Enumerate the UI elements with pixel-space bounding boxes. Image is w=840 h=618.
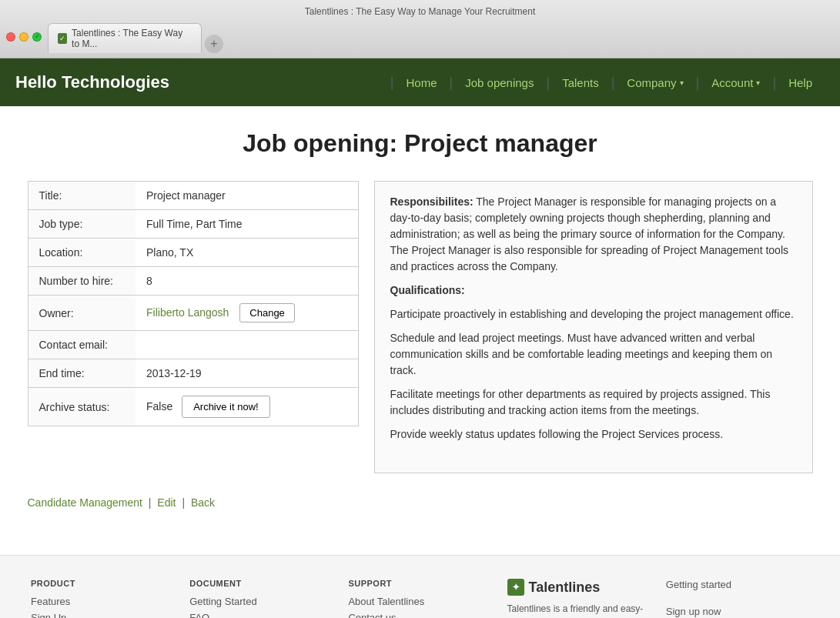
back-link[interactable]: Back: [191, 496, 215, 509]
contact-label: Contact email:: [28, 331, 136, 359]
number-label: Number to hire:: [28, 267, 136, 296]
owner-label: Owner:: [28, 296, 136, 331]
archive-now-button[interactable]: Archive it now!: [182, 396, 270, 418]
footer-brand-icon: [507, 579, 524, 596]
maximize-button[interactable]: [32, 32, 42, 42]
table-row-location: Location: Plano, TX: [28, 239, 358, 267]
active-tab[interactable]: Talentlines : The Easy Way to M...: [48, 23, 202, 53]
responsibilities-text: Responsibilites: The Project Manager is …: [390, 194, 797, 275]
footer-su-link[interactable]: Sign up now: [666, 606, 809, 617]
qualifications-label: Qualifications:: [390, 284, 465, 296]
nav-links: | Home | Job openings | Talents | Compan…: [390, 61, 825, 105]
footer-document-col: DOCUMENT Getting Started FAQ: [189, 579, 333, 618]
table-row-archive: Archive status: False Archive it now!: [28, 388, 358, 426]
qual-3: Facilitate meetings for other department…: [390, 386, 797, 419]
footer-brand: Talentlines: [507, 579, 651, 596]
nav-home[interactable]: Home: [394, 61, 450, 105]
qual-2: Schedule and lead project meetings. Must…: [390, 330, 797, 379]
qualifications-heading: Qualifications:: [390, 282, 797, 299]
nav-brand: Hello Technologies: [15, 58, 390, 106]
contact-value: [136, 331, 358, 359]
footer-brand-desc: Talentlines is a friendly and easy-to-us…: [507, 602, 651, 618]
candidate-management-link[interactable]: Candidate Management: [28, 496, 142, 509]
table-row-owner: Owner: Filiberto Langosh Change: [28, 296, 358, 331]
browser-controls: Talentlines : The Easy Way to M... +: [6, 20, 834, 53]
title-value: Project manager: [136, 182, 358, 210]
archive-label: Archive status:: [28, 388, 136, 426]
endtime-value: 2013-12-19: [136, 359, 358, 388]
endtime-label: End time:: [28, 359, 136, 388]
nav-company[interactable]: Company ▾: [614, 61, 695, 105]
footer-brand-col: Talentlines Talentlines is a friendly an…: [507, 579, 651, 618]
page-title: Job opening: Project manager: [28, 129, 813, 158]
footer-product-col: PRODUCT Features Sign Up Plans & Pricing: [31, 579, 174, 618]
nav-account[interactable]: Account ▾: [699, 61, 772, 105]
archive-status-value: False: [146, 400, 172, 413]
footer-document-title: DOCUMENT: [189, 579, 333, 588]
footer-grid: PRODUCT Features Sign Up Plans & Pricing…: [31, 579, 809, 618]
page-footer: PRODUCT Features Sign Up Plans & Pricing…: [0, 555, 840, 618]
footer-support-title: SUPPORT: [348, 579, 491, 588]
browser-chrome: Talentlines : The Easy Way to Manage You…: [0, 0, 840, 58]
table-row-endtime: End time: 2013-12-19: [28, 359, 358, 388]
divider-2: |: [182, 496, 188, 509]
main-nav: Hello Technologies | Home | Job openings…: [0, 58, 840, 106]
footer-faq-link[interactable]: FAQ: [189, 612, 333, 618]
table-row-number: Number to hire: 8: [28, 267, 358, 296]
jobtype-value: Full Time, Part Time: [136, 210, 358, 239]
number-value: 8: [136, 267, 358, 296]
footer-about-link[interactable]: About Talentlines: [348, 596, 491, 607]
nav-job-openings[interactable]: Job openings: [453, 61, 546, 105]
company-dropdown-arrow: ▾: [680, 79, 684, 87]
footer-getting-started-text: Getting started Sign up now: [666, 579, 809, 617]
job-info-table: Title: Project manager Job type: Full Ti…: [28, 181, 359, 426]
close-button[interactable]: [6, 32, 15, 42]
owner-cell: Filiberto Langosh Change: [136, 296, 358, 331]
qual-1: Participate proactively in establishing …: [390, 306, 797, 322]
new-tab-button[interactable]: +: [205, 35, 223, 53]
traffic-lights: [6, 32, 42, 42]
footer-product-title: PRODUCT: [31, 579, 174, 588]
table-row-title: Title: Project manager: [28, 182, 358, 210]
archive-cell: False Archive it now!: [136, 388, 358, 426]
action-links: Candidate Management | Edit | Back: [28, 496, 813, 516]
window-title: Talentlines : The Easy Way to Manage You…: [6, 5, 834, 20]
minimize-button[interactable]: [19, 32, 28, 42]
table-row-contact: Contact email:: [28, 331, 358, 359]
main-content: Job opening: Project manager Title: Proj…: [12, 106, 828, 539]
right-panel: Responsibilites: The Project Manager is …: [374, 181, 813, 473]
divider-1: |: [149, 496, 155, 509]
title-label: Title:: [28, 182, 136, 210]
qual-4: Provide weekly status updates following …: [390, 426, 797, 443]
jobtype-label: Job type:: [28, 210, 136, 239]
footer-contact-link[interactable]: Contact us: [348, 612, 491, 618]
footer-getting-started-link[interactable]: Getting Started: [189, 596, 333, 607]
footer-support-col: SUPPORT About Talentlines Contact us: [348, 579, 491, 618]
responsibilities-label: Responsibilites:: [390, 195, 474, 208]
table-row-jobtype: Job type: Full Time, Part Time: [28, 210, 358, 239]
footer-gs-link[interactable]: Getting started: [666, 579, 809, 590]
footer-brand-name: Talentlines: [529, 580, 601, 596]
nav-talents[interactable]: Talents: [550, 61, 611, 105]
account-dropdown-arrow: ▾: [756, 79, 760, 87]
tab-label: Talentlines : The Easy Way to M...: [72, 28, 192, 49]
content-grid: Title: Project manager Job type: Full Ti…: [28, 181, 813, 473]
footer-signup-link[interactable]: Sign Up: [31, 612, 174, 618]
left-panel: Title: Project manager Job type: Full Ti…: [28, 181, 359, 426]
edit-link[interactable]: Edit: [157, 496, 176, 509]
location-value: Plano, TX: [136, 239, 358, 267]
nav-help[interactable]: Help: [776, 61, 825, 105]
tab-bar: Talentlines : The Easy Way to M... +: [48, 23, 223, 53]
footer-cta-col: Getting started Sign up now: [666, 579, 809, 618]
location-label: Location:: [28, 239, 136, 267]
tab-favicon: [58, 33, 67, 44]
footer-features-link[interactable]: Features: [31, 596, 174, 607]
change-owner-button[interactable]: Change: [239, 303, 295, 322]
owner-link[interactable]: Filiberto Langosh: [146, 306, 229, 319]
